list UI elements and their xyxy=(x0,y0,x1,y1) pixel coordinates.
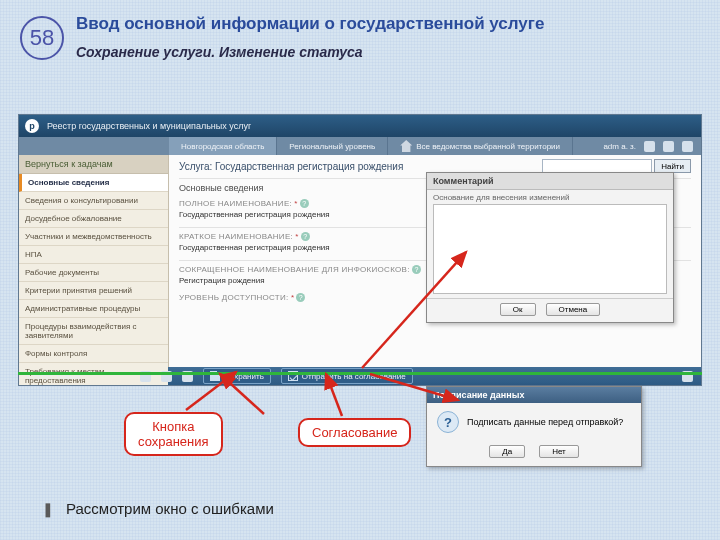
search-button[interactable]: Найти xyxy=(654,159,691,173)
slide-bullet: ❚ Рассмотрим окно с ошибками xyxy=(42,500,274,518)
search-input[interactable] xyxy=(542,159,652,173)
bullet-icon: ❚ xyxy=(42,500,54,518)
sign-no-button[interactable]: Нет xyxy=(539,445,579,458)
app-tabbar: Новгородская область Региональный уровен… xyxy=(19,137,701,155)
slide-number-badge: 58 xyxy=(20,16,64,60)
tab-region[interactable]: Новгородская область xyxy=(169,137,277,155)
sidebar-item[interactable]: Рабочие документы xyxy=(19,264,168,282)
tab-level-label: Региональный уровень xyxy=(289,142,375,151)
required-mark: * xyxy=(291,293,294,302)
info-icon[interactable]: ? xyxy=(296,293,305,302)
sidebar-item[interactable]: Процедуры взаимодействия с заявителями xyxy=(19,318,168,345)
svg-line-2 xyxy=(326,374,342,416)
slide-subtitle: Сохранение услуги. Изменение статуса xyxy=(76,44,702,60)
tab-dept-label: Все ведомства выбранной территории xyxy=(416,142,560,151)
arrow-to-save-icon xyxy=(214,368,274,416)
tab-level[interactable]: Региональный уровень xyxy=(277,137,388,155)
svg-line-3 xyxy=(362,252,466,368)
arrow-to-comment-icon xyxy=(356,244,476,374)
callout-agree: Согласование xyxy=(298,418,411,447)
sign-dialog-question: Подписать данные перед отправкой? xyxy=(467,417,623,427)
sidebar-item[interactable]: Сведения о консультировании xyxy=(19,192,168,210)
question-icon: ? xyxy=(437,411,459,433)
slide-title: Ввод основной информации о государственн… xyxy=(76,14,702,34)
back-to-tasks-link[interactable]: Вернуться к задачам xyxy=(19,155,168,174)
required-mark: * xyxy=(295,232,298,241)
toolbar-icon-1[interactable] xyxy=(644,141,655,152)
slide-number: 58 xyxy=(30,25,54,51)
sidebar: Вернуться к задачам Основные сведения Св… xyxy=(19,155,169,367)
sidebar-item[interactable]: Формы контроля xyxy=(19,345,168,363)
user-label: adm а. з. xyxy=(603,142,636,151)
sidebar-item[interactable]: Критерии принятия решений xyxy=(19,282,168,300)
app-header: р Реестр государственных и муниципальных… xyxy=(19,115,701,137)
svg-line-1 xyxy=(220,374,264,414)
comment-dialog-title: Комментарий xyxy=(427,173,673,190)
tab-dept[interactable]: Все ведомства выбранной территории xyxy=(388,137,573,155)
comment-cancel-button[interactable]: Отмена xyxy=(546,303,601,316)
info-icon[interactable]: ? xyxy=(300,199,309,208)
home-icon xyxy=(400,140,412,152)
help-icon[interactable] xyxy=(663,141,674,152)
sidebar-item[interactable]: Участники и межведомственность xyxy=(19,228,168,246)
app-logo-icon: р xyxy=(25,119,39,133)
info-icon[interactable]: ? xyxy=(301,232,310,241)
required-mark: * xyxy=(294,199,297,208)
callout-save: Кнопка сохранения xyxy=(124,412,223,456)
tab-region-label: Новгородская область xyxy=(181,142,264,151)
slide-bullet-text: Рассмотрим окно с ошибками xyxy=(66,500,274,517)
field-label: КРАТКОЕ НАИМЕНОВАНИЕ: xyxy=(179,232,293,241)
sidebar-item[interactable]: НПА xyxy=(19,246,168,264)
arrow-to-send-icon xyxy=(320,368,370,418)
arrow-to-sign-icon xyxy=(366,370,466,410)
field-label: ПОЛНОЕ НАИМЕНОВАНИЕ: xyxy=(179,199,292,208)
comment-ok-button[interactable]: Ок xyxy=(500,303,536,316)
svg-line-4 xyxy=(370,374,458,400)
comment-dialog-label: Основание для внесения изменений xyxy=(427,190,673,202)
app-brand: Реестр государственных и муниципальных у… xyxy=(47,121,251,131)
sidebar-item[interactable]: Досудебное обжалование xyxy=(19,210,168,228)
sidebar-item[interactable]: Административные процедуры xyxy=(19,300,168,318)
sidebar-item[interactable]: Основные сведения xyxy=(19,174,168,192)
sign-yes-button[interactable]: Да xyxy=(489,445,525,458)
field-label: УРОВЕНЬ ДОСТУПНОСТИ: xyxy=(179,293,289,302)
exit-icon[interactable] xyxy=(682,141,693,152)
